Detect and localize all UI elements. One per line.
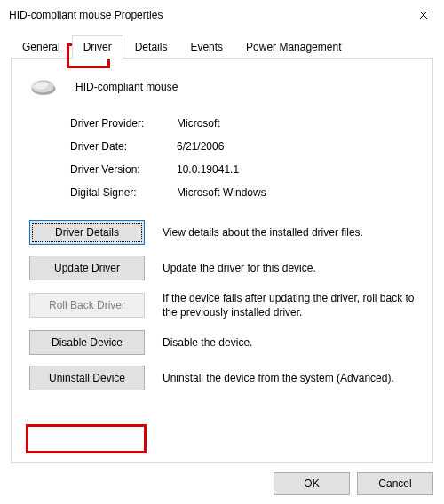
action-row-disable: Disable Device Disable the device. (29, 330, 420, 355)
driver-tab-panel: HID-compliant mouse Driver Provider: Mic… (11, 59, 433, 463)
update-driver-button[interactable]: Update Driver (29, 256, 145, 280)
action-row-rollback: Roll Back Driver If the device fails aft… (29, 291, 420, 319)
disable-device-button[interactable]: Disable Device (29, 330, 145, 355)
action-row-uninstall: Uninstall Device Uninstall the device fr… (29, 366, 420, 390)
uninstall-device-button[interactable]: Uninstall Device (29, 366, 145, 390)
properties-dialog: HID-compliant mouse Properties General D… (0, 0, 444, 504)
dialog-footer: OK Cancel (274, 472, 433, 495)
ok-button[interactable]: OK (274, 472, 350, 495)
close-icon (419, 11, 428, 20)
tab-power-management[interactable]: Power Management (234, 35, 353, 58)
tab-details[interactable]: Details (123, 35, 179, 58)
version-value: 10.0.19041.1 (177, 163, 420, 176)
signer-label: Digital Signer: (70, 186, 177, 199)
title-bar: HID-compliant mouse Properties (0, 0, 444, 30)
signer-value: Microsoft Windows (177, 186, 420, 199)
driver-actions: Driver Details View details about the in… (24, 220, 420, 390)
action-row-details: Driver Details View details about the in… (29, 220, 420, 245)
window-title: HID-compliant mouse Properties (9, 9, 163, 21)
update-driver-desc: Update the driver for this device. (163, 261, 420, 275)
tab-strip: General Driver Details Events Power Mana… (11, 34, 433, 59)
date-value: 6/21/2006 (177, 140, 420, 153)
driver-info: Driver Provider: Microsoft Driver Date: … (24, 117, 420, 199)
close-button[interactable] (403, 2, 444, 28)
provider-label: Driver Provider: (70, 117, 177, 130)
version-label: Driver Version: (70, 163, 177, 176)
driver-details-desc: View details about the installed driver … (163, 225, 420, 240)
tab-general[interactable]: General (11, 35, 72, 58)
roll-back-driver-desc: If the device fails after updating the d… (163, 291, 420, 319)
cancel-button[interactable]: Cancel (357, 472, 433, 495)
date-label: Driver Date: (70, 140, 177, 153)
action-row-update: Update Driver Update the driver for this… (29, 256, 420, 280)
dialog-content: General Driver Details Events Power Mana… (0, 30, 444, 463)
driver-details-button[interactable]: Driver Details (29, 220, 145, 245)
provider-value: Microsoft (177, 117, 420, 130)
device-header: HID-compliant mouse (24, 75, 420, 99)
tab-driver[interactable]: Driver (72, 35, 123, 59)
roll-back-driver-button: Roll Back Driver (29, 293, 145, 318)
mouse-icon (28, 75, 59, 99)
disable-device-desc: Disable the device. (163, 335, 420, 350)
uninstall-device-desc: Uninstall the device from the system (Ad… (163, 371, 420, 385)
tab-events[interactable]: Events (178, 35, 234, 58)
device-name: HID-compliant mouse (75, 81, 178, 93)
